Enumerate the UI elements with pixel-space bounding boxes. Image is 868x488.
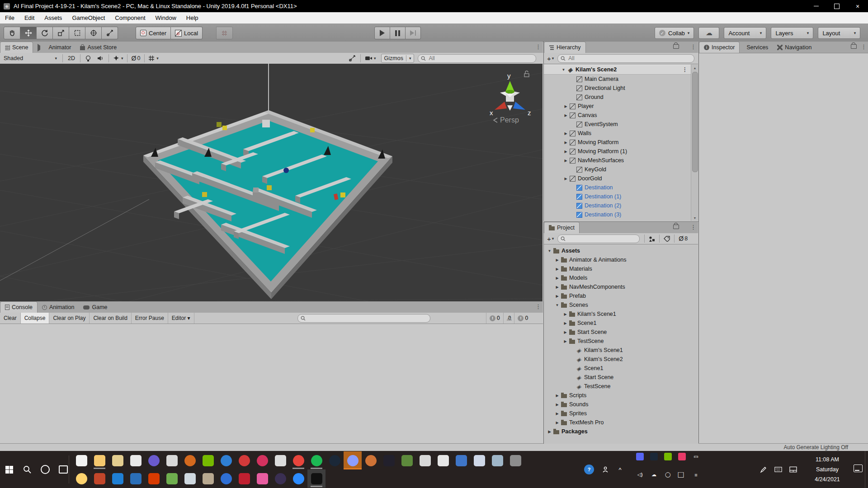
taskbar-app[interactable] [289, 451, 307, 469]
console-toolbar-button[interactable]: Clear [0, 313, 21, 324]
taskbar-app[interactable] [271, 451, 289, 469]
minimize-button[interactable] [806, 0, 826, 12]
expand-arrow-icon[interactable]: ▶ [562, 339, 569, 343]
space-toggle-button[interactable]: Local [171, 27, 203, 39]
project-row[interactable]: ▶ Models [544, 273, 698, 282]
tray-overflow-chevron[interactable]: ^ [616, 466, 624, 474]
console-search-input[interactable] [307, 315, 427, 322]
project-search-input[interactable] [567, 235, 637, 242]
close-button[interactable]: × [847, 0, 868, 12]
taskbar-app[interactable] [506, 451, 524, 469]
project-row[interactable]: ▶ Sprites [544, 409, 698, 418]
help-tray-icon[interactable]: ? [584, 465, 594, 474]
project-row[interactable]: Kilam's Scene1 [544, 346, 698, 355]
project-visibility-toggle[interactable]: Ø 8 [676, 235, 690, 242]
taskbar-app[interactable] [235, 451, 253, 469]
expand-arrow-icon[interactable]: ▶ [562, 321, 569, 325]
console-toolbar-button[interactable]: Clear on Play [49, 313, 90, 324]
expand-arrow-icon[interactable]: ▶ [554, 403, 561, 407]
menu-item[interactable]: Assets [39, 12, 67, 23]
expand-arrow-icon[interactable]: ▶ [562, 131, 569, 136]
hierarchy-row[interactable]: ▶ NavMeshSurfaces [544, 156, 698, 165]
inspector-tab[interactable]: Inspector [699, 42, 740, 53]
lock-icon[interactable] [673, 44, 679, 49]
pivot-toggle-button[interactable]: Center [136, 27, 171, 39]
expand-arrow-icon[interactable]: ▶ [554, 276, 561, 280]
hierarchy-row[interactable]: Ground [544, 93, 698, 102]
draw-mode-dropdown[interactable]: Shaded ▾ [0, 55, 61, 61]
taskbar-app[interactable] [127, 469, 145, 488]
hierarchy-tab[interactable]: Hierarchy [544, 42, 586, 53]
expand-arrow-icon[interactable]: ▶ [554, 294, 561, 298]
tray-icon[interactable]: ⃞ [678, 471, 686, 479]
console-toolbar-button[interactable]: Error Pause [132, 313, 168, 324]
taskbar-app[interactable] [253, 469, 271, 488]
transform-tool-icon[interactable] [85, 27, 102, 39]
expand-arrow-icon[interactable]: ▶ [546, 430, 553, 434]
create-object-dropdown[interactable]: +▾ [544, 55, 556, 62]
expand-arrow-icon[interactable]: ▶ [562, 104, 569, 108]
scene-tab[interactable]: Animator [33, 42, 75, 53]
start-button[interactable] [0, 451, 18, 488]
step-button[interactable] [406, 27, 421, 39]
scene-tab[interactable]: Asset Store [75, 42, 121, 53]
hierarchy-row[interactable]: ▶ Canvas [544, 111, 698, 120]
taskbar-app[interactable] [108, 469, 127, 488]
panel-menu-icon[interactable]: ⋮ [861, 43, 867, 50]
project-row[interactable]: ▶ Animator & Animations [544, 255, 698, 264]
hierarchy-row[interactable]: Destination (1) › [544, 192, 698, 201]
project-row[interactable]: Start Scene [544, 373, 698, 382]
expand-arrow-icon[interactable]: ▶ [554, 412, 561, 416]
scene-effects-dropdown[interactable]: ▾ [111, 55, 125, 61]
hierarchy-row[interactable]: KeyGold [544, 165, 698, 174]
inspector-tab[interactable]: Navigation [773, 42, 816, 53]
custom-tool-icon[interactable] [102, 27, 118, 39]
hierarchy-row[interactable]: Destination › [544, 183, 698, 192]
taskbar-app[interactable] [398, 451, 416, 469]
expand-arrow-icon[interactable]: ▼ [560, 68, 567, 72]
menu-item[interactable]: Help [181, 12, 203, 23]
project-tab[interactable]: Project [544, 222, 580, 233]
taskbar-app[interactable] [289, 469, 307, 488]
layers-dropdown[interactable]: Layers ▾ [771, 27, 813, 39]
cortana-button[interactable] [36, 451, 54, 488]
project-row[interactable]: ▶ Sounds [544, 400, 698, 409]
hierarchy-row[interactable]: Destination (3) › [544, 210, 698, 219]
hierarchy-scrollbar[interactable]: ▲ ▼ [691, 65, 698, 221]
expand-arrow-icon[interactable]: ▶ [562, 159, 569, 163]
hierarchy-row[interactable]: ▶ DoorGold [544, 174, 698, 183]
console-tab[interactable]: Console [0, 301, 38, 313]
taskbar-app[interactable] [416, 451, 434, 469]
project-row[interactable]: ▶ Scene1 [544, 319, 698, 328]
scene-grid-dropdown[interactable]: ▾ [146, 55, 160, 61]
console-tab[interactable]: Animation [38, 302, 79, 313]
project-row[interactable]: Scene1 [544, 364, 698, 373]
hierarchy-row[interactable]: Main Camera [544, 75, 698, 84]
tray-icon[interactable]: ◯ [664, 471, 672, 479]
project-row[interactable]: ▶ Packages [544, 427, 698, 436]
scene-visibility-toggle[interactable]: Ø 0 [129, 55, 143, 62]
tray-icon[interactable] [664, 453, 672, 460]
touch-keyboard-icon[interactable] [774, 466, 782, 474]
taskbar-app[interactable] [72, 469, 90, 488]
2d-toggle-button[interactable]: 2D [65, 55, 78, 61]
menu-item[interactable]: GameObject [67, 12, 110, 23]
console-tab[interactable]: Game [79, 302, 112, 313]
project-row[interactable]: ▶ Materials [544, 264, 698, 273]
panel-menu-icon[interactable]: ⋮ [690, 43, 696, 50]
expand-arrow-icon[interactable]: ▶ [554, 421, 561, 425]
taskbar-search-button[interactable] [18, 451, 36, 488]
expand-arrow-icon[interactable]: ▶ [554, 267, 561, 271]
touchpad-tray-icon[interactable] [789, 466, 797, 474]
project-row[interactable]: ▶ TextMesh Pro [544, 418, 698, 427]
scrollbar-thumb[interactable] [692, 72, 698, 172]
pause-button[interactable] [390, 27, 406, 39]
maximize-button[interactable] [826, 0, 847, 12]
tray-icon[interactable] [636, 453, 644, 460]
taskbar-app[interactable] [253, 451, 271, 469]
taskbar-app[interactable] [452, 451, 470, 469]
taskbar-app[interactable] [163, 469, 181, 488]
taskbar-app[interactable] [90, 469, 108, 488]
scroll-down-icon[interactable]: ▼ [691, 215, 698, 221]
hierarchy-row[interactable]: EventSystem [544, 120, 698, 129]
